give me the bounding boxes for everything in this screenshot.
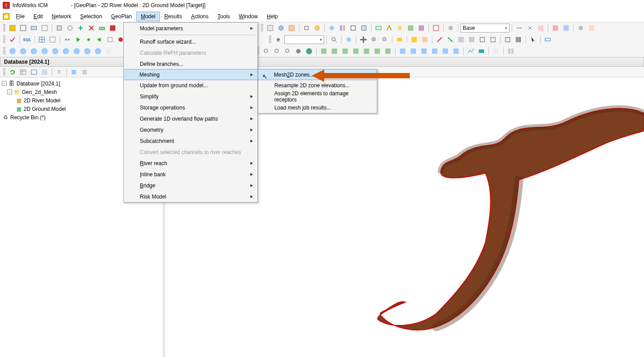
menu-storage[interactable]: Storage operations: [124, 102, 257, 113]
grid-icon[interactable]: [37, 35, 47, 45]
menu-geoplan[interactable]: GeoPlan: [106, 12, 136, 21]
tb-icon[interactable]: e: [273, 35, 283, 45]
menu-window[interactable]: Window: [234, 12, 262, 21]
menu-edit[interactable]: Edit: [29, 12, 47, 21]
menu-define-branches[interactable]: Define branches...: [124, 58, 257, 69]
menu-assign-2d[interactable]: Assign 2D elements to damage receptors: [258, 91, 377, 102]
tb-icon[interactable]: [338, 23, 347, 33]
tb-icon[interactable]: [344, 35, 354, 45]
menu-load-mesh-job[interactable]: Load mesh job results...: [258, 102, 377, 113]
play-fwd-icon[interactable]: [82, 46, 92, 56]
tb-icon[interactable]: [525, 23, 535, 33]
tb-icon[interactable]: [272, 46, 282, 56]
tb-icon[interactable]: [327, 23, 337, 33]
menu-risk-model[interactable]: Risk Model: [124, 191, 257, 202]
tb-icon[interactable]: [561, 23, 571, 33]
menu-river-reach[interactable]: River reach: [124, 158, 257, 169]
menu-model[interactable]: Model: [136, 12, 160, 21]
zoom-extents-icon[interactable]: [261, 46, 271, 56]
zoom-out-icon[interactable]: [380, 35, 390, 45]
menu-network[interactable]: Network: [47, 12, 76, 21]
tb-icon[interactable]: [398, 46, 408, 56]
menu-inline-bank[interactable]: Inline bank: [124, 169, 257, 180]
play-start-icon[interactable]: [8, 46, 17, 56]
tb-icon[interactable]: [395, 23, 405, 33]
refresh-icon[interactable]: [8, 67, 17, 77]
tb-icon[interactable]: [73, 35, 83, 45]
tb-icon[interactable]: [477, 46, 486, 56]
menu-simplify[interactable]: Simplify: [124, 91, 257, 102]
tb-icon[interactable]: [8, 23, 17, 33]
tb-icon[interactable]: [587, 23, 596, 33]
tb-icon[interactable]: [477, 35, 487, 45]
globe-icon[interactable]: [304, 46, 314, 56]
collapse-icon[interactable]: −: [7, 89, 12, 94]
play-prev-icon[interactable]: [18, 46, 28, 56]
tb-icon[interactable]: [506, 46, 516, 56]
tb-icon[interactable]: [48, 35, 57, 45]
tb-icon[interactable]: [105, 35, 115, 45]
tb-icon[interactable]: [69, 67, 79, 77]
tb-icon[interactable]: [29, 23, 39, 33]
menu-runoff-wizard[interactable]: Runoff surface wizard...: [124, 36, 257, 47]
tb-icon[interactable]: [514, 35, 523, 45]
tb-icon[interactable]: [359, 23, 369, 33]
menu-bridge[interactable]: Bridge: [124, 180, 257, 191]
tb-icon[interactable]: [330, 46, 339, 56]
menu-help[interactable]: Help: [262, 12, 282, 21]
tb-icon[interactable]: [54, 23, 64, 33]
menu-overland[interactable]: Generate 1D overland flow paths: [124, 113, 257, 124]
tb-icon[interactable]: [86, 23, 96, 33]
validate-icon[interactable]: [8, 35, 17, 45]
tb-icon[interactable]: [435, 35, 444, 45]
tb-icon[interactable]: [543, 35, 553, 45]
tb-icon[interactable]: [94, 35, 104, 45]
tb-icon[interactable]: [384, 23, 394, 33]
tb-icon[interactable]: [430, 46, 440, 56]
sql-icon[interactable]: SQL: [22, 35, 32, 45]
tb-icon[interactable]: [265, 23, 275, 33]
tb-icon[interactable]: [302, 23, 311, 33]
combo-2[interactable]: [284, 35, 324, 44]
tb-icon[interactable]: [293, 46, 303, 56]
tb-icon[interactable]: [40, 23, 49, 33]
tb-icon[interactable]: [383, 46, 393, 56]
menu-selection[interactable]: Selection: [76, 12, 106, 21]
menu-file[interactable]: File: [12, 12, 29, 21]
menu-geometry[interactable]: Geometry: [124, 124, 257, 135]
tb-icon[interactable]: [18, 23, 28, 33]
tb-icon[interactable]: [80, 67, 90, 77]
tb-icon[interactable]: [97, 23, 107, 33]
tb-icon[interactable]: [536, 23, 546, 33]
tb-icon[interactable]: [446, 23, 456, 33]
tb-icon[interactable]: [18, 67, 28, 77]
rec-icon[interactable]: [50, 46, 60, 56]
play-end-icon[interactable]: [93, 46, 103, 56]
toolbar-grip[interactable]: [3, 24, 5, 32]
tb-icon[interactable]: [372, 46, 382, 56]
play-icon[interactable]: [40, 46, 49, 56]
tb-icon[interactable]: [420, 35, 430, 45]
pointer-icon[interactable]: [528, 35, 538, 45]
tb-icon[interactable]: [276, 23, 286, 33]
tb-icon[interactable]: [351, 46, 361, 56]
tb-icon[interactable]: [65, 23, 75, 33]
tb-icon[interactable]: ⁝⁝: [54, 67, 64, 77]
menu-update-ground[interactable]: Update from ground model...: [124, 80, 257, 91]
play-next-icon[interactable]: [72, 46, 82, 56]
tb-icon[interactable]: [416, 23, 426, 33]
menu-meshing[interactable]: Meshing: [123, 69, 258, 80]
tb-icon[interactable]: [514, 23, 524, 33]
tb-icon[interactable]: [467, 35, 477, 45]
tb-icon[interactable]: [440, 46, 450, 56]
tb-icon[interactable]: [395, 35, 404, 45]
tb-icon[interactable]: [62, 35, 72, 45]
tb-icon[interactable]: [451, 46, 461, 56]
tb-icon[interactable]: [312, 23, 322, 33]
tb-icon[interactable]: [456, 35, 466, 45]
tb-icon[interactable]: [406, 23, 416, 33]
tb-icon[interactable]: [104, 46, 114, 56]
tb-icon[interactable]: [362, 46, 371, 56]
tb-icon[interactable]: [287, 23, 297, 33]
app-menu-icon[interactable]: [3, 13, 10, 20]
